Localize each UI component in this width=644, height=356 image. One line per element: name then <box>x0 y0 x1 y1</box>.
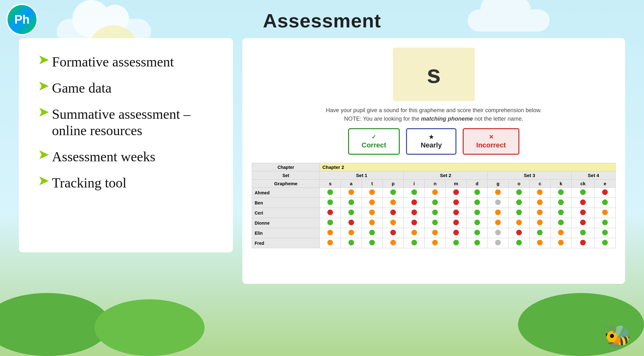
dot-cell <box>341 198 362 208</box>
dot <box>348 199 354 205</box>
dot <box>390 230 396 235</box>
dot <box>369 199 375 205</box>
bullet-arrow-icon: ➤ <box>38 147 49 161</box>
table-row: Ahmed <box>252 188 616 198</box>
dot <box>348 189 354 195</box>
dot <box>453 199 459 205</box>
bullet-item: ➤ Tracking tool <box>38 175 214 192</box>
dot-cell <box>595 198 616 208</box>
dot-cell <box>551 208 572 218</box>
dot <box>369 220 375 225</box>
dot-cell <box>571 208 594 218</box>
table-row: Ceri <box>252 208 616 218</box>
dot <box>411 220 417 225</box>
dot-cell <box>362 218 383 228</box>
dot-cell <box>425 238 446 248</box>
incorrect-button[interactable]: ✕ Incorrect <box>463 128 519 155</box>
dot <box>602 230 608 235</box>
dot-cell <box>425 218 446 228</box>
dot-cell <box>404 228 425 238</box>
dot-cell <box>571 188 594 198</box>
app-logo: Ph <box>6 4 38 35</box>
dot-cell <box>466 188 488 198</box>
dot-cell <box>595 228 616 238</box>
dot-cell <box>488 238 509 248</box>
dot <box>453 210 459 215</box>
dot-cell <box>425 208 446 218</box>
dot <box>411 189 417 195</box>
dot <box>580 230 586 235</box>
dot-cell <box>362 238 383 248</box>
bee-icon: 🐝 <box>604 324 631 350</box>
dot <box>432 220 438 225</box>
grapheme-header: c <box>529 180 551 188</box>
dot <box>432 240 438 245</box>
dot <box>580 240 586 245</box>
dot <box>558 199 564 205</box>
bullet-text: Game data <box>52 80 111 97</box>
dot-cell <box>404 188 425 198</box>
dot-cell <box>341 218 362 228</box>
dot <box>453 240 459 245</box>
dot-cell <box>362 228 383 238</box>
dot-cell <box>551 228 572 238</box>
dot <box>327 210 333 215</box>
grapheme-header: o <box>509 180 530 188</box>
dot-cell <box>320 198 341 208</box>
dot-cell <box>529 228 551 238</box>
dot-cell <box>425 188 446 198</box>
dot <box>474 210 480 215</box>
dot-cell <box>466 198 488 208</box>
bullet-text: Assessment weeks <box>52 149 155 165</box>
dot <box>537 199 543 205</box>
table-row: Ben <box>252 198 616 208</box>
dot-cell <box>551 218 572 228</box>
dot <box>369 189 375 195</box>
bullet-list: ➤ Formative assessment ➤ Game data ➤ Sum… <box>38 54 214 192</box>
dot-cell <box>488 188 509 198</box>
dot-cell <box>529 198 551 208</box>
correct-icon: ✓ <box>371 134 376 141</box>
dot-cell <box>404 238 425 248</box>
nearly-button[interactable]: ★ Nearly <box>406 128 456 155</box>
dot-cell <box>320 188 341 198</box>
grapheme-header: a <box>341 180 362 188</box>
dot <box>602 189 608 195</box>
main-content: ➤ Formative assessment ➤ Game data ➤ Sum… <box>0 35 644 350</box>
dot-cell <box>362 198 383 208</box>
dot <box>453 230 459 235</box>
bullet-text: Formative assessment <box>52 54 174 71</box>
student-name: Dionne <box>252 218 320 228</box>
dot-cell <box>425 198 446 208</box>
dot-cell <box>383 198 404 208</box>
dot <box>327 240 333 245</box>
dot <box>432 210 438 215</box>
dot <box>369 240 375 245</box>
dot-cell <box>571 198 594 208</box>
dot <box>580 199 586 205</box>
dot-cell <box>404 218 425 228</box>
table-row: Fred <box>252 238 616 248</box>
student-name: Elin <box>252 228 320 238</box>
dot-cell <box>383 228 404 238</box>
dot <box>516 210 522 215</box>
dot <box>537 230 543 235</box>
dot <box>537 220 543 225</box>
dot <box>432 199 438 205</box>
dot <box>495 189 501 195</box>
bullet-item: ➤ Formative assessment <box>38 54 214 71</box>
bullet-text: Tracking tool <box>52 175 127 192</box>
student-name: Ben <box>252 198 320 208</box>
correct-button[interactable]: ✓ Correct <box>348 128 400 155</box>
grapheme-header: k <box>551 180 572 188</box>
dot <box>348 220 354 225</box>
dot <box>580 210 586 215</box>
dot-cell <box>341 188 362 198</box>
dot <box>558 230 564 235</box>
dot <box>602 240 608 245</box>
dot <box>453 189 459 195</box>
dot-cell <box>488 218 509 228</box>
bullet-item: ➤ Assessment weeks <box>38 149 214 165</box>
dot <box>411 230 417 235</box>
dot <box>327 230 333 235</box>
